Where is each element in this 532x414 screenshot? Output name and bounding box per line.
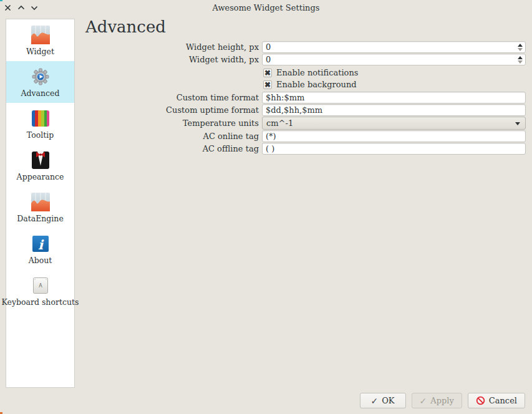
gear-icon — [31, 67, 51, 87]
custom-uptime-format-row: Custom uptime format — [85, 104, 526, 116]
checkbox-checked-icon: ✖ — [264, 81, 271, 89]
sidebar-item-label: Tooltip — [27, 130, 54, 140]
graph-icon — [31, 192, 51, 212]
temperature-units-label: Temperature units — [85, 118, 262, 128]
spin-up-icon[interactable] — [518, 56, 523, 59]
sidebar-item-label: About — [29, 256, 52, 265]
cancel-button[interactable]: Cancel — [468, 393, 525, 408]
custom-uptime-format-input[interactable] — [262, 104, 526, 116]
graph-icon — [31, 25, 51, 45]
temperature-units-dropdown[interactable]: cm^-1 — [262, 117, 526, 130]
enable-notifications-row: ✖ Enable notifications — [263, 68, 526, 77]
temperature-units-row: Temperature units cm^-1 — [85, 117, 526, 130]
sidebar-item-widget[interactable]: Widget — [6, 19, 74, 61]
tuxedo-icon — [31, 150, 51, 170]
sidebar-item-label: Keyboard shortcuts — [2, 297, 79, 307]
ac-offline-tag-input[interactable] — [262, 143, 526, 155]
settings-category-list: Widget Advanced — [6, 19, 75, 388]
enable-background-checkbox[interactable]: ✖ — [263, 80, 272, 89]
ac-online-tag-label: AC online tag — [85, 132, 262, 141]
awesome-widget-settings-window: { "window": { "title": "Awesome Widget S… — [0, 0, 532, 414]
ok-button[interactable]: ✓ OK — [360, 393, 406, 408]
sidebar-item-label: Appearance — [17, 172, 64, 181]
temperature-units-value: cm^-1 — [266, 118, 293, 128]
spin-down-icon[interactable] — [518, 60, 523, 64]
enable-notifications-label: Enable notifications — [276, 68, 358, 77]
sidebar-item-about[interactable]: i About — [6, 228, 74, 270]
cancel-prohibition-icon — [476, 396, 485, 405]
custom-time-format-label: Custom time format — [85, 93, 262, 102]
sidebar-item-dataengine[interactable]: DataEngine — [6, 186, 74, 228]
dialog-button-bar: ✓ OK ✓ Apply Cancel — [360, 393, 525, 408]
ok-button-label: OK — [382, 396, 394, 405]
custom-time-format-row: Custom time format — [85, 92, 526, 104]
dropdown-arrow-icon — [515, 122, 520, 125]
widget-height-spinbox[interactable] — [262, 41, 526, 53]
ac-offline-tag-row: AC offline tag — [85, 143, 526, 155]
sidebar-item-keyboard-shortcuts[interactable]: A Keyboard shortcuts — [6, 270, 74, 312]
widget-height-label: Widget height, px — [85, 42, 262, 52]
custom-uptime-format-label: Custom uptime format — [85, 105, 262, 115]
spin-up-icon[interactable] — [518, 44, 523, 47]
widget-width-label: Widget width, px — [85, 55, 262, 64]
keyboard-key-icon: A — [31, 276, 51, 296]
color-stripes-icon — [31, 108, 51, 128]
custom-time-format-input[interactable] — [262, 92, 526, 104]
ac-online-tag-input[interactable] — [262, 130, 526, 142]
ac-online-tag-row: AC online tag — [85, 130, 526, 142]
enable-background-row: ✖ Enable background — [263, 80, 526, 89]
enable-background-label: Enable background — [276, 80, 357, 89]
sidebar-item-appearance[interactable]: Appearance — [6, 145, 74, 186]
widget-width-spinbox[interactable] — [262, 54, 526, 65]
sidebar-item-label: Advanced — [21, 89, 60, 98]
apply-button[interactable]: ✓ Apply — [412, 393, 462, 408]
info-icon: i — [31, 234, 51, 254]
widget-height-row: Widget height, px — [85, 41, 526, 53]
sidebar-item-label: Widget — [26, 47, 54, 56]
svg-text:A: A — [39, 283, 42, 289]
page-title: Advanced — [85, 17, 166, 36]
spin-down-icon[interactable] — [518, 48, 523, 51]
widget-width-row: Widget width, px — [85, 54, 526, 65]
titlebar: Awesome Widget Settings — [0, 0, 532, 16]
sidebar-item-tooltip[interactable]: Tooltip — [6, 103, 74, 145]
advanced-settings-form: Widget height, px Widget width, px ✖ Ena… — [85, 41, 526, 155]
checkbox-checked-icon: ✖ — [264, 69, 271, 77]
ac-offline-tag-label: AC offline tag — [85, 144, 262, 153]
sidebar-item-advanced[interactable]: Advanced — [6, 61, 74, 103]
apply-button-label: Apply — [430, 396, 454, 405]
checkmark-icon: ✓ — [420, 396, 427, 406]
checkmark-icon: ✓ — [370, 396, 378, 406]
window-title: Awesome Widget Settings — [0, 3, 532, 12]
enable-notifications-checkbox[interactable]: ✖ — [263, 69, 272, 77]
sidebar-item-label: DataEngine — [17, 214, 64, 223]
cancel-button-label: Cancel — [489, 396, 517, 405]
